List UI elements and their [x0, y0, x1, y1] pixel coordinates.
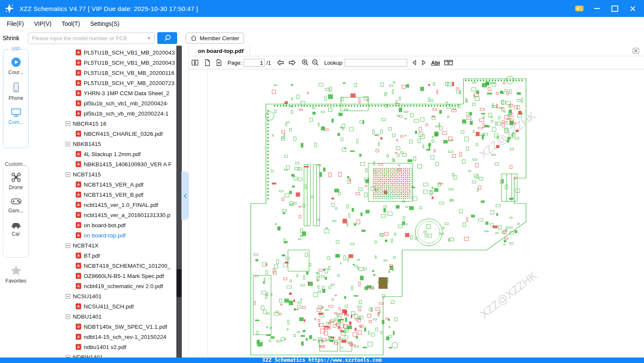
collapse-minus-icon[interactable] — [66, 121, 70, 126]
maximize-button[interactable] — [609, 3, 620, 14]
left-sidebar: -VIP- Cour... Phone Com... — [0, 46, 32, 358]
tree-file[interactable]: NCBT1415_VER_B.pdf — [32, 190, 175, 200]
vip-card-icon[interactable] — [574, 3, 585, 14]
find-next-button[interactable] — [421, 60, 427, 66]
tree-file[interactable]: pl5tu1b_sch_vb_mb_20200224-1 — [32, 108, 175, 118]
collapse-minus-icon[interactable] — [66, 142, 70, 146]
tree-file[interactable]: NCBT1415_VER_A.pdf — [32, 179, 175, 190]
panel-collapse-handle[interactable] — [181, 171, 189, 220]
sidebar-item-computer[interactable]: Com... — [3, 108, 28, 125]
dual-window-icon — [444, 59, 453, 66]
zoom-in-button[interactable] — [301, 59, 309, 66]
tree-file[interactable]: 4L Stackup 1.2mm.pdf — [32, 149, 175, 159]
sidebar-item-course[interactable]: Cour... — [3, 57, 28, 75]
tree-item-label: ndbu1401 v2.pdf — [84, 344, 126, 350]
previous-page-button[interactable] — [276, 59, 285, 66]
tree-item-label: NBKB1415 — [73, 141, 101, 147]
sidebar-item-drone[interactable]: Drone — [3, 172, 28, 190]
car-icon — [11, 220, 22, 229]
sidebar-item-favorites[interactable]: Favorites — [0, 265, 32, 284]
tree-file[interactable]: pl5tu1b_sch_vb1_mb_20200424- — [32, 98, 175, 108]
tree-node[interactable]: NCBT41X — [32, 240, 175, 250]
menu-file[interactable]: File(F) — [7, 20, 24, 27]
menu-vip[interactable]: VIP(V) — [34, 20, 51, 27]
dual-window-button[interactable] — [444, 59, 453, 66]
tree-file[interactable]: NDBT140x_SW_SPEC_V1.1.pdf — [32, 322, 175, 332]
tree-item-label: ndbt14-15_sch_rev-1_20150224 — [84, 334, 166, 340]
tab-on-board-top[interactable]: on board-top.pdf — [189, 46, 250, 56]
tree-node[interactable]: NCSU1401 — [32, 291, 175, 301]
tree-file[interactable]: ndbt14-15_sch_rev-1_20150224 — [32, 332, 175, 342]
sidebar-item-label: Cour... — [8, 69, 23, 75]
search-input[interactable] — [28, 35, 147, 41]
minimize-button[interactable] — [592, 3, 603, 14]
menu-settings[interactable]: Settings(S) — [90, 20, 119, 27]
sidebar-item-car[interactable]: Car — [3, 220, 28, 237]
tree-file[interactable]: NCBT419_SCHEMATIC_101200_ — [32, 261, 175, 271]
tree-scrollbar-thumb[interactable] — [177, 269, 181, 297]
tree-file[interactable]: PL5TU1B_SCH_VF_MB_20200723 — [32, 78, 175, 88]
tree-file[interactable]: OZ8660LN-B5-1 Mark Spec.pdf — [32, 271, 175, 281]
status-text: XZZ Schematics https://www.xzztools.com — [263, 358, 382, 363]
collapse-minus-icon[interactable] — [66, 314, 70, 319]
tree-item-label: ncbt419_schematic_rev 2.0.pdf — [84, 283, 163, 289]
tree-item-label: ncbt1415_ver_a_201601131330.p — [84, 212, 170, 218]
collapse-minus-icon[interactable] — [66, 172, 70, 177]
export-page-button[interactable] — [215, 59, 222, 66]
tree-file[interactable]: ncbt1415_ver_a_201601131330.p — [32, 210, 175, 220]
pdf-file-icon — [76, 100, 81, 106]
tree-file[interactable]: ncbt1415_ver_1.0_FINAL.pdf — [32, 200, 175, 210]
tree-file[interactable]: YHRN-3 1MP CCM Data Sheet_2 — [32, 88, 175, 98]
pdf-file-icon — [76, 161, 81, 167]
tree-node[interactable]: NDBU1401 — [32, 311, 175, 322]
search-combobox[interactable] — [28, 33, 155, 44]
page-number-input[interactable] — [244, 59, 265, 67]
tree-file[interactable]: NBKB1415_1406100930_VER A F — [32, 159, 175, 169]
tree-item-label: NDBW1401 — [73, 354, 103, 358]
tree-file[interactable]: NBCR415_CHARLIE_0326.pdf — [32, 129, 175, 139]
collapse-minus-icon[interactable] — [66, 294, 70, 299]
member-center-label: Member Center — [200, 35, 239, 41]
lookup-input[interactable] — [345, 59, 407, 67]
zoom-out-button[interactable] — [312, 59, 319, 66]
pdf-viewport[interactable]: XZZ@XZZHK XZZ@XZZHK — [189, 69, 644, 358]
tree-node[interactable]: NBCR415 16 — [32, 118, 175, 129]
close-button[interactable] — [627, 3, 638, 14]
tree-item-label: NCSU411_SCH.pdf — [84, 303, 134, 310]
member-center-button[interactable]: Member Center — [186, 33, 244, 44]
search-button[interactable] — [157, 32, 177, 44]
tree-item-label: 4L Stackup 1.2mm.pdf — [84, 151, 141, 157]
tree-file[interactable]: on board-bot.pdf — [32, 220, 175, 230]
tree-file[interactable]: BT.pdf — [32, 250, 175, 261]
tree-file[interactable]: PL5TU1B_SCH_VB1_MB_2020043 — [32, 47, 175, 58]
next-page-button[interactable] — [288, 59, 296, 66]
shrink-button[interactable]: Shrink — [3, 35, 25, 41]
tree-file[interactable]: ncbt419_schematic_rev 2.0.pdf — [32, 281, 175, 291]
sidebar-item-game[interactable]: Gam... — [3, 197, 28, 214]
close-icon — [630, 6, 636, 12]
two-page-view-button[interactable] — [191, 59, 199, 66]
tree-file[interactable]: ndbu1401 v2.pdf — [32, 342, 175, 352]
find-previous-button[interactable] — [411, 60, 417, 66]
tree-item-label: YHRN-3 1MP CCM Data Sheet_2 — [84, 90, 169, 96]
maximize-icon — [611, 6, 618, 12]
tree-file[interactable]: PL5TU1B_SCH_VB1_MB_2020043 — [32, 58, 175, 68]
tree-file[interactable]: PL5TU1B_SCH_VB_MB_20200116 — [32, 68, 175, 78]
tree-node[interactable]: NDBW1401 — [32, 352, 175, 358]
tree-file[interactable]: NCSU411_SCH.pdf — [32, 301, 175, 311]
sidebar-item-phone[interactable]: Phone — [3, 82, 28, 101]
pdf-file-icon — [76, 344, 81, 350]
tree-item-label: OZ8660LN-B5-1 Mark Spec.pdf — [84, 273, 164, 279]
chevron-down-icon[interactable] — [147, 37, 151, 39]
menu-bar: File(F) VIP(V) Tool(T) Settings(S) — [0, 17, 644, 30]
tree-node[interactable]: NCBT1415 — [32, 169, 175, 179]
collapse-minus-icon[interactable] — [66, 243, 70, 248]
menu-tool[interactable]: Tool(T) — [62, 20, 80, 27]
two-page-icon — [191, 59, 199, 66]
text-search-mode-button[interactable]: Abi — [431, 60, 440, 66]
close-document-button[interactable] — [632, 47, 640, 54]
tree-node[interactable]: NBKB1415 — [32, 139, 175, 149]
tree-file[interactable]: on board-top.pdf — [32, 230, 175, 240]
top-toolbar: Shrink Member Center — [0, 30, 644, 46]
copy-page-button[interactable] — [204, 59, 211, 66]
